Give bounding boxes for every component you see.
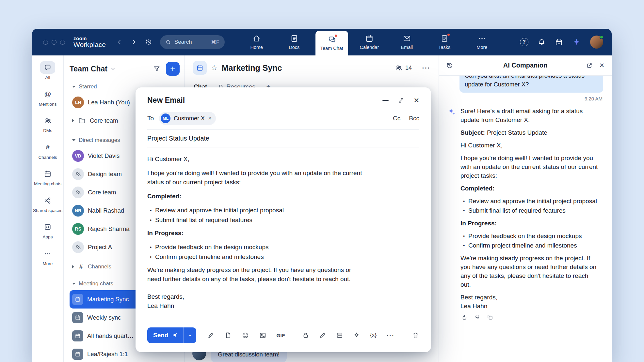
new-email-modal: New Email ✕ To ML Customer X ✕ Cc Bcc Pr…: [136, 87, 431, 352]
ai-feedback-actions: [461, 314, 599, 321]
ai-panel-title: AI Companion: [439, 62, 612, 69]
modal-minimize-icon[interactable]: [382, 100, 389, 100]
rail-item-more[interactable]: More: [32, 246, 63, 268]
meeting-chat-icon: [72, 312, 83, 323]
send-button[interactable]: Send: [147, 327, 183, 343]
modal-close-icon[interactable]: ✕: [413, 97, 419, 104]
subject-field[interactable]: Project Status Update: [147, 130, 419, 147]
rail-label: Apps: [43, 234, 53, 240]
remove-recipient-icon[interactable]: ✕: [208, 116, 212, 121]
nav-calendar[interactable]: Calendar: [353, 29, 386, 55]
new-chat-button[interactable]: +: [166, 62, 180, 76]
search-icon: [165, 39, 171, 45]
layout-sections-icon[interactable]: [336, 332, 343, 339]
shared-spaces-icon: [40, 194, 55, 207]
lock-icon[interactable]: [302, 332, 309, 339]
rail-item-mentions[interactable]: @ Mentions: [32, 86, 63, 109]
list-item: Review and approve the initial project p…: [462, 197, 599, 205]
channel-more-menu[interactable]: ⋯: [422, 64, 430, 72]
copy-icon[interactable]: [487, 314, 493, 321]
primary-navigation: Home Docs Team Chat Calendar: [240, 29, 498, 55]
docs-icon: [290, 34, 298, 43]
edit-pencil-icon[interactable]: [319, 332, 326, 339]
nav-label: Team Chat: [320, 46, 343, 51]
zoom-workplace-window: zoom Workplace Search ⌘F: [32, 29, 612, 362]
window-zoom-button[interactable]: [60, 40, 65, 45]
rail-item-dms[interactable]: DMs: [32, 113, 63, 135]
ai-panel-close-icon[interactable]: ✕: [599, 62, 604, 69]
user-avatar[interactable]: [590, 36, 603, 49]
thumbs-down-icon[interactable]: [474, 314, 481, 321]
gif-icon[interactable]: GIF: [276, 333, 285, 338]
discard-trash-icon[interactable]: [412, 332, 419, 339]
email-body-editor[interactable]: Hi Customer X, I hope you're doing well!…: [136, 147, 431, 323]
list-item-label: All hands quarterly: [87, 332, 134, 339]
folder-icon: [78, 117, 86, 125]
favorite-star-icon[interactable]: ☆: [211, 64, 217, 72]
channel-header-actions: 14 ⋯: [395, 64, 430, 72]
cc-button[interactable]: Cc: [393, 115, 400, 122]
schedule-calendar-icon[interactable]: [555, 38, 563, 46]
history-button[interactable]: [145, 38, 152, 46]
open-in-new-icon[interactable]: [586, 62, 593, 69]
window-close-button[interactable]: [43, 40, 48, 45]
thumbs-up-icon[interactable]: [461, 314, 468, 321]
chevron-down-icon[interactable]: [110, 66, 116, 72]
nav-more[interactable]: More: [466, 29, 498, 55]
logo-zoom-text: zoom: [73, 36, 106, 41]
image-icon[interactable]: [259, 332, 266, 339]
nav-team-chat[interactable]: Team Chat: [315, 31, 348, 55]
help-glyph: ?: [523, 39, 526, 45]
ai-conversation: Can you draft an email that provides a s…: [439, 76, 612, 362]
nav-home[interactable]: Home: [240, 29, 273, 55]
ai-response: Sure! Here's a draft email asking for a …: [447, 107, 603, 327]
template-icon[interactable]: [225, 332, 232, 339]
signature-icon[interactable]: [207, 332, 215, 339]
apps-icon: [40, 221, 55, 233]
channel-calendar-icon: [193, 61, 207, 75]
modal-header: New Email ✕: [136, 87, 431, 108]
notifications-bell-icon[interactable]: [538, 38, 546, 46]
variable-icon[interactable]: {x}: [370, 332, 377, 339]
ai-panel-header: AI Companion ✕: [439, 55, 612, 76]
window-minimize-button[interactable]: [52, 40, 56, 45]
calendar-icon: [365, 34, 374, 43]
member-count[interactable]: 14: [395, 64, 412, 72]
rail-more-icon: [40, 248, 55, 260]
section-expanded-icon: [72, 283, 75, 285]
back-button[interactable]: [116, 39, 123, 45]
sidebar-title[interactable]: Team Chat: [70, 65, 107, 73]
rail-item-channels[interactable]: # Channels: [32, 139, 63, 162]
search-input[interactable]: Search ⌘F: [160, 35, 225, 49]
nav-tasks[interactable]: Tasks: [428, 29, 461, 55]
ai-signature: Lea Hahn: [460, 302, 599, 310]
list-item: Confirm project timeline and milestones: [149, 252, 363, 262]
bcc-button[interactable]: Bcc: [409, 115, 419, 122]
email-inprogress-heading: In Progress:: [147, 229, 363, 238]
forward-button[interactable]: [131, 39, 137, 45]
ai-compose-sparkle-icon[interactable]: [353, 332, 360, 339]
rail-item-shared-spaces[interactable]: Shared spaces: [32, 192, 63, 215]
emoji-icon[interactable]: [242, 332, 249, 339]
send-options-dropdown[interactable]: [183, 327, 196, 343]
nav-docs[interactable]: Docs: [278, 29, 311, 55]
rail-label: Shared spaces: [33, 208, 62, 213]
filter-icon[interactable]: [153, 65, 161, 73]
nav-email[interactable]: Email: [391, 29, 423, 55]
rail-item-apps[interactable]: Apps: [32, 219, 63, 242]
nav-label: Docs: [289, 45, 299, 50]
ai-companion-icon[interactable]: [572, 38, 581, 47]
ai-history-icon[interactable]: [446, 62, 453, 69]
list-item: Review and approve the initial project p…: [149, 206, 363, 215]
rail-item-all[interactable]: All: [32, 59, 63, 82]
modal-expand-icon[interactable]: [398, 97, 404, 104]
list-item-label: Lea Hanh (You): [88, 99, 130, 106]
section-collapsed-icon: [72, 119, 74, 122]
rail-item-meeting-chats[interactable]: Meeting chats: [32, 166, 63, 189]
rail-label: Meeting chats: [34, 181, 61, 187]
compose-more-icon[interactable]: ⋯: [386, 331, 394, 339]
email-outro: We're making steady progress on the proj…: [147, 265, 363, 284]
recipient-chip[interactable]: ML Customer X ✕: [159, 112, 216, 125]
avatar: NR: [72, 205, 84, 217]
help-icon[interactable]: ?: [520, 38, 528, 46]
